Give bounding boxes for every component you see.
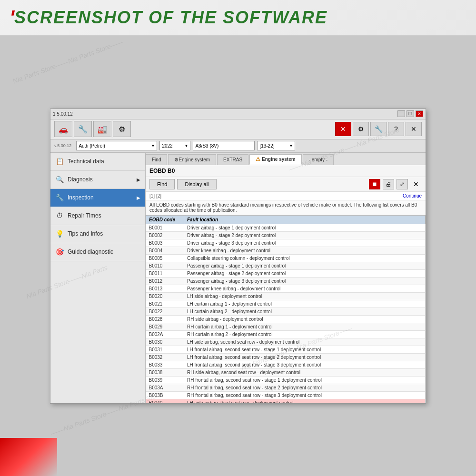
table-row: B0021LH curtain airbag 1 - deployment co… (146, 300, 426, 307)
eobd-print-button[interactable]: 🖨 (383, 179, 394, 189)
toolbar-right: ✕ ⚙ 🔧 ? ✕ (335, 122, 422, 136)
code-cell: B0032 (146, 353, 184, 361)
fault-codes-table: EOBD code Fault location B0001Driver air… (146, 215, 426, 403)
eobd-description: All EOBD codes starting with B0 have sta… (146, 200, 426, 215)
toolbar-tool-button[interactable]: 🔧 (370, 122, 387, 136)
eobd-table[interactable]: EOBD code Fault location B0001Driver air… (146, 215, 426, 403)
toolbar-close-button[interactable]: ✕ (406, 122, 422, 136)
close-button[interactable]: ✕ (416, 110, 423, 117)
fault-cell: RH side airbag, second seat row - deploy… (184, 368, 426, 376)
code-cell: B0012 (146, 277, 184, 285)
code-cell: B0038 (146, 368, 184, 376)
table-row: B0030LH side airbag, second seat row - d… (146, 338, 426, 346)
table-row: B002ARH curtain airbag 2 - deployment co… (146, 330, 426, 338)
sidebar-item-label-inspection: Inspection (68, 194, 94, 201)
header-title: Screenshot of the Software (14, 8, 327, 28)
toolbar-wrench-button[interactable]: 🔧 (74, 121, 92, 137)
repair-times-icon: ⏱ (55, 212, 64, 219)
code-cell: B0028 (146, 315, 184, 323)
fault-cell: LH frontal airbag, second seat row - sta… (184, 353, 426, 361)
header-banner: ' Screenshot of the Software (0, 0, 476, 36)
eobd-stop-button[interactable]: ⏹ (369, 179, 380, 189)
model-dropdown[interactable]: A3/S3 (8V) (193, 141, 255, 150)
table-row: B0013Passenger knee airbag - deployment … (146, 285, 426, 292)
fault-cell: Passenger knee airbag - deployment contr… (184, 285, 426, 292)
toolbar-factory-button[interactable]: 🏭 (93, 121, 111, 137)
table-row: B0001Driver airbag - stage 1 deployment … (146, 224, 426, 231)
technical-data-icon: 📋 (55, 158, 64, 165)
code-cell: B0020 (146, 292, 184, 300)
year-dropdown[interactable]: 2022 ▼ (159, 141, 190, 150)
eobd-title: EOBD B0 (149, 168, 175, 174)
make-dropdown[interactable]: Audi (Petrol) ▼ (76, 141, 157, 150)
sidebar-item-technical-data[interactable]: 📋 Technical data (50, 153, 145, 171)
inspection-arrow: ▶ (137, 195, 140, 200)
maximize-button[interactable]: ❐ (407, 110, 414, 117)
code-cell: B0029 (146, 323, 184, 330)
fault-cell: LH curtain airbag 2 - deployment control (184, 307, 426, 315)
fault-cell: LH frontal airbag, second seat row - sta… (184, 346, 426, 353)
code-cell: B003A (146, 384, 184, 391)
code-cell: B0031 (146, 346, 184, 353)
table-row: B0005Collapsible steering column - deplo… (146, 254, 426, 262)
sidebar-item-label-tips: Tips and infos (68, 230, 103, 237)
title-bar-controls: — ❐ ✕ (397, 110, 423, 117)
tab-engine-system-2[interactable]: ⚠ Engine system (249, 154, 302, 165)
display-all-button[interactable]: Display all (177, 179, 216, 189)
fault-cell: Driver airbag - stage 2 deployment contr… (184, 231, 426, 239)
table-row: B003BRH frontal airbag, second seat row … (146, 391, 426, 399)
tab-extras[interactable]: EXTRAS (217, 154, 248, 165)
table-row: B0028RH side airbag - deployment control (146, 315, 426, 323)
fault-cell: Passenger airbag - stage 2 deployment co… (184, 269, 426, 277)
toolbar-settings-button[interactable]: ⚙ (353, 122, 369, 136)
table-row: B003ARH frontal airbag, second seat row … (146, 384, 426, 391)
sidebar-item-tips[interactable]: 💡 Tips and infos (50, 225, 145, 243)
tab-engine-system-1[interactable]: ⚙ Engine system (168, 154, 216, 165)
code-cell: B0002 (146, 231, 184, 239)
toolbar-help-button[interactable]: ? (388, 122, 404, 136)
table-row: B0003Driver airbag - stage 3 deployment … (146, 239, 426, 247)
title-bar: 1 5.00.12 — ❐ ✕ (50, 109, 426, 119)
tab-empty[interactable]: - empty - (303, 154, 334, 165)
table-row: B0040LH side airbag, third seat row - de… (146, 399, 426, 403)
app-window: 1 5.00.12 — ❐ ✕ 🚗 🔧 🏭 ⚙ ✕ ⚙ 🔧 ? ✕ v (50, 109, 426, 404)
sidebar-item-guided[interactable]: 🎯 Guided diagnostic (50, 243, 145, 261)
col-header-fault: Fault location (184, 215, 426, 224)
minimize-button[interactable]: — (397, 110, 405, 117)
fault-cell: RH frontal airbag, second seat row - sta… (184, 376, 426, 384)
version-label: v.5.00.12 (54, 143, 71, 148)
code-cell: B0039 (146, 376, 184, 384)
code-cell: B0021 (146, 300, 184, 307)
tab-find[interactable]: Find (146, 154, 167, 165)
toolbar-gear-button[interactable]: ⚙ (113, 121, 131, 137)
title-bar-text: 1 5.00.12 (53, 111, 73, 117)
eobd-expand-button[interactable]: ⤢ (397, 179, 408, 189)
tips-icon: 💡 (55, 230, 64, 238)
fault-cell: LH frontal airbag, second seat row - sta… (184, 361, 426, 368)
sidebar-item-repair-times[interactable]: ⏱ Repair Times (50, 207, 145, 225)
table-body: B0001Driver airbag - stage 1 deployment … (146, 224, 426, 403)
table-row: B0038RH side airbag, second seat row - d… (146, 368, 426, 376)
eobd-close-button[interactable]: ✕ (410, 179, 422, 189)
table-row: B0020LH side airbag - deployment control (146, 292, 426, 300)
toolbar-cancel-button[interactable]: ✕ (335, 122, 351, 136)
code-cell: B0010 (146, 262, 184, 269)
find-button[interactable]: Find (149, 179, 175, 189)
sidebar-item-inspection[interactable]: 🔧 Inspection ▶ (50, 189, 145, 207)
fault-cell: Driver airbag - stage 1 deployment contr… (184, 224, 426, 231)
toolbar-car-button[interactable]: 🚗 (54, 121, 72, 137)
fault-cell: LH side airbag - deployment control (184, 292, 426, 300)
code-cell: B0030 (146, 338, 184, 346)
fault-cell: LH curtain airbag 1 - deployment control (184, 300, 426, 307)
sidebar-item-diagnosis[interactable]: 🔍 Diagnosis ▶ (50, 171, 145, 189)
code-cell: B0001 (146, 224, 184, 231)
sidebar: 📋 Technical data 🔍 Diagnosis ▶ 🔧 Inspect… (50, 153, 146, 403)
watermark-1: Nia Parts Store——Nia Parts Store—— (12, 38, 125, 85)
fault-cell: Driver airbag - stage 3 deployment contr… (184, 239, 426, 247)
main-layout: 📋 Technical data 🔍 Diagnosis ▶ 🔧 Inspect… (50, 153, 426, 403)
range-dropdown[interactable]: [13-22] ▼ (257, 141, 295, 150)
continue-link[interactable]: Continue (403, 193, 422, 198)
fault-cell: RH frontal airbag, second seat row - sta… (184, 384, 426, 391)
code-cell: B0003 (146, 239, 184, 247)
fault-cell: Passenger airbag - stage 1 deployment co… (184, 262, 426, 269)
